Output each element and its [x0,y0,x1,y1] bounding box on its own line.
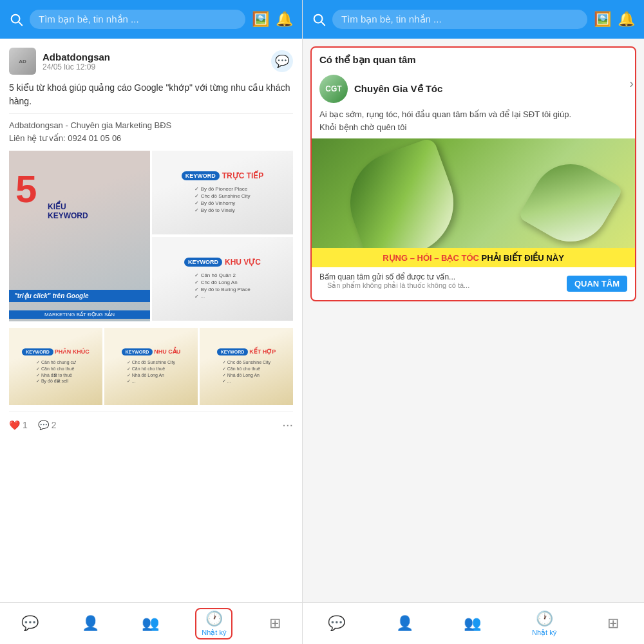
right-bottom-nav: 💬 👤 👥 🕐 Nhật ký ⊞ [303,602,644,644]
comment-action[interactable]: 💬 2 [38,420,57,430]
right-panel: Tìm bạn bè, tin nhắn ... 🖼️ 🔔 Có thể bạn… [303,0,644,644]
post-image-ket-hop[interactable]: KEYWORD KẾT HỢP ✓ Chc đô Sunshine City✓ … [200,328,293,405]
svg-line-1 [19,22,22,25]
suggestion-title: Có thể bạn quan tâm [312,48,635,70]
right-apps-icon: ⊞ [607,615,619,632]
right-diary-icon: 🕐 [536,611,553,627]
ad-image: RỤNG – HÓI – BẠC TÓC PHẢI BIẾT ĐIỀU NÀY [312,138,635,267]
suggestion-name: Chuyên Gia Về Tóc [354,83,442,95]
nav-diary[interactable]: 🕐 Nhật ký [195,608,232,639]
post-actions: ❤️ 1 💬 2 ··· [9,412,293,437]
left-bottom-nav: 💬 👤 👥 🕐 Nhật ký ⊞ [0,602,302,644]
search-icon[interactable] [9,12,23,26]
diary-label: Nhật ký [202,629,226,637]
ad-cta-main: Bấm quan tâm gửi số để được tư vấn... [319,272,567,281]
ad-cta-sub: Sản phẩm không phải là thuốc không có tá… [319,281,567,295]
ad-banner: RỤNG – HÓI – BẠC TÓC PHẢI BIẾT ĐIỀU NÀY [312,248,635,267]
right-nav-friends[interactable]: 👥 [457,612,488,634]
right-profile-icon: 👤 [396,615,413,632]
nav-friends[interactable]: 👥 [135,612,166,634]
ad-banner-text: RỤNG – HÓI – BẠC TÓC PHẢI BIẾT ĐIỀU NÀY [383,253,564,263]
nav-chat[interactable]: 💬 [15,612,45,634]
post-image-main[interactable]: 5 KIỂUKEYWORD "triệu click" trên Google … [9,151,150,321]
lime-curl-2 [518,150,623,256]
like-action[interactable]: ❤️ 1 [9,420,28,430]
right-nav-apps[interactable]: ⊞ [601,612,625,634]
right-search-icon[interactable] [312,12,326,26]
suggestion-description: Ai bạc sớm, rụng tóc, hói đầu quan tâm b… [312,108,635,138]
post-body-line1: 5 kiểu từ khoá giúp quảng cáo Google "kh… [9,81,293,108]
left-header: Tìm bạn bè, tin nhắn ... 🖼️ 🔔 [0,0,302,39]
dismiss-icon[interactable]: › [629,76,634,91]
post-feed: AD Adbatdongsan 24/05 lúc 12:09 💬 5 kiểu… [0,39,302,602]
post-divider [9,113,293,114]
image-upload-icon[interactable]: 🖼️ [252,11,269,28]
suggestion-item: CGT Chuyên Gia Về Tóc [312,70,635,108]
right-search-input[interactable]: Tìm bạn bè, tin nhắn ... [332,10,587,29]
post-subtext: Adbatdongsan - Chuyên gia Marketing BĐS … [9,119,293,144]
notification-icon[interactable]: 🔔 [276,11,293,28]
friends-icon: 👥 [142,615,159,632]
post-image-bottom-row: KEYWORD PHÂN KHÚC ✓ Căn hô chung cư✓ Căn… [9,328,293,405]
post-image-truc-tiep[interactable]: KEYWORD TRỰC TIẾP ✓ By đô Pioneer Place✓… [152,151,293,234]
apps-icon: ⊞ [269,615,281,632]
left-panel: Tìm bạn bè, tin nhắn ... 🖼️ 🔔 AD Adbatdo… [0,0,303,644]
more-actions[interactable]: ··· [282,417,293,432]
post-author: Adbatdongsan [43,52,265,62]
right-notification-icon[interactable]: 🔔 [618,11,635,28]
message-button[interactable]: 💬 [271,50,293,72]
post-avatar: AD [9,48,36,75]
right-diary-label: Nhật ký [532,629,556,637]
right-friends-icon: 👥 [464,615,481,632]
nav-profile[interactable]: 👤 [75,612,106,634]
post-time: 24/05 lúc 12:09 [43,62,265,71]
ad-footer: Bấm quan tâm gửi số để được tư vấn... Sả… [312,267,635,300]
quan-tam-button[interactable]: QUAN TÂM [567,276,627,292]
profile-icon: 👤 [82,615,99,632]
right-nav-diary[interactable]: 🕐 Nhật ký [526,608,563,639]
post-image-grid: 5 KIỂUKEYWORD "triệu click" trên Google … [9,151,293,321]
suggestion-avatar: CGT [319,75,348,103]
chat-icon: 💬 [21,615,39,632]
right-image-icon[interactable]: 🖼️ [594,11,611,28]
post-image-khu-vuc[interactable]: KEYWORD KHU VỰC ✓ Căn hô Quân 2✓ Chc đô … [152,237,293,321]
post-image-nhu-cau[interactable]: KEYWORD NHU CẦU ✓ Chc đô Sunshine City✓ … [104,328,198,405]
right-header: Tìm bạn bè, tin nhắn ... 🖼️ 🔔 [303,0,644,39]
right-chat-icon: 💬 [328,615,345,632]
post-image-phan-khuc[interactable]: KEYWORD PHÂN KHÚC ✓ Căn hô chung cư✓ Căn… [9,328,102,405]
right-content: Có thể bạn quan tâm CGT Chuyên Gia Về Tó… [303,39,644,602]
left-search-input[interactable]: Tìm bạn bè, tin nhắn ... [30,10,245,29]
diary-icon: 🕐 [205,611,223,627]
post-header: AD Adbatdongsan 24/05 lúc 12:09 💬 [9,48,293,75]
suggestion-card: Có thể bạn quan tâm CGT Chuyên Gia Về Tó… [310,46,636,301]
nav-apps[interactable]: ⊞ [263,612,287,634]
svg-line-3 [321,22,325,25]
right-nav-profile[interactable]: 👤 [390,612,420,634]
right-nav-chat[interactable]: 💬 [321,612,352,634]
post-meta: Adbatdongsan 24/05 lúc 12:09 [43,52,265,71]
